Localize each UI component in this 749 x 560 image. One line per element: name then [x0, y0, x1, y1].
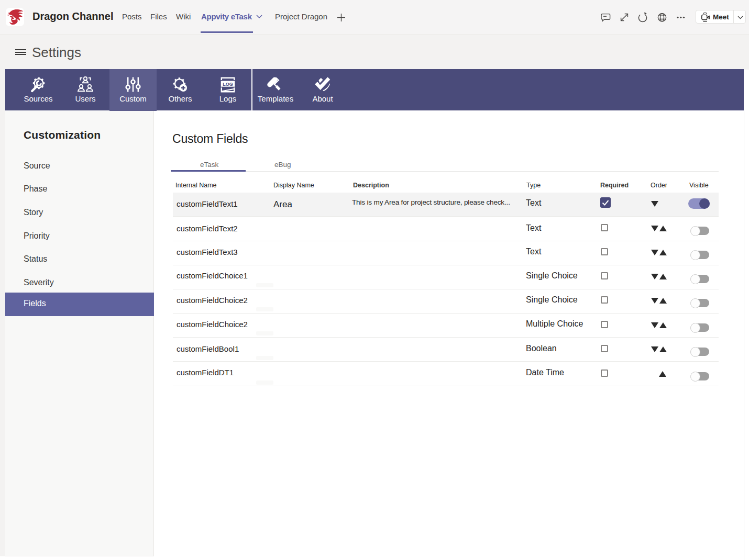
svg-text:LOG: LOG	[223, 82, 233, 87]
